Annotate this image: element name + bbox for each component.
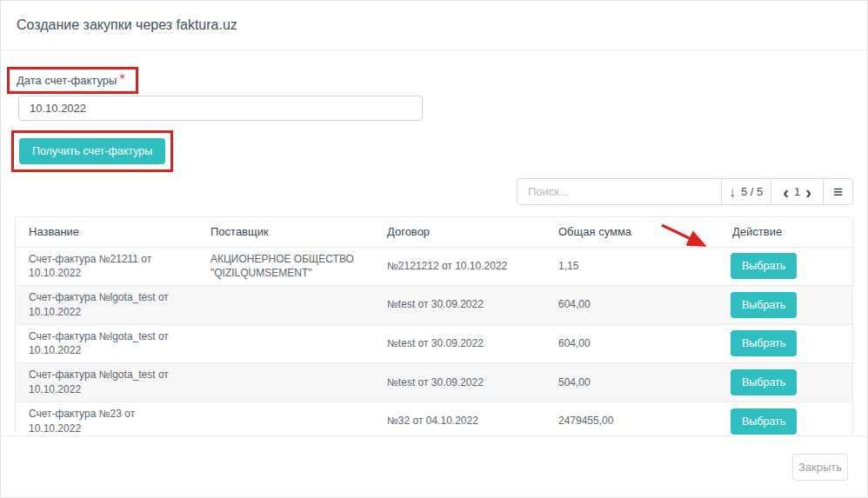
cell-contract: №test от 30.09.2022 <box>374 324 545 363</box>
cell-supplier <box>197 286 374 325</box>
col-header-total: Общая сумма <box>545 217 719 247</box>
next-page-icon[interactable]: › <box>802 183 815 201</box>
search-pager-group: ↓ 5 / 5 ‹ 1 › ≡ <box>517 178 853 205</box>
cell-name: Счет-фактура №23 от 10.10.2022 <box>16 402 197 440</box>
cell-action: Выбрать <box>719 402 852 440</box>
select-invoice-button[interactable]: Выбрать <box>731 369 797 395</box>
table-toolbar: ↓ 5 / 5 ‹ 1 › ≡ <box>15 178 853 205</box>
prev-page-icon[interactable]: ‹ <box>779 183 792 201</box>
date-field-label: Дата счет-фактуры <box>17 74 117 87</box>
table-row: Счет-фактура №23 от 10.10.2022 №32 от 04… <box>16 402 852 440</box>
select-invoice-button[interactable]: Выбрать <box>731 253 797 279</box>
col-header-supplier: Поставщик <box>197 217 374 247</box>
modal-footer: Закрыть <box>1 435 867 497</box>
invoices-table: Название Поставщик Договор Общая сумма Д… <box>15 216 853 441</box>
cell-total: 504,00 <box>545 363 719 402</box>
cell-supplier <box>197 363 374 402</box>
current-page-number: 1 <box>792 185 802 198</box>
sort-down-icon: ↓ <box>730 185 737 198</box>
cell-name: Счет-фактура №21211 от 10.10.2022 <box>16 247 197 286</box>
select-invoice-button[interactable]: Выбрать <box>731 330 797 356</box>
cell-contract: №32 от 04.10.2022 <box>374 402 545 440</box>
cell-supplier <box>197 324 374 363</box>
table-row: Счет-фактура №lgota_test от 10.10.2022 №… <box>16 324 852 363</box>
close-button[interactable]: Закрыть <box>792 454 848 481</box>
cell-action: Выбрать <box>719 324 852 363</box>
search-input[interactable] <box>517 179 721 204</box>
cell-total: 1,15 <box>545 247 719 286</box>
cell-name: Счет-фактура №lgota_test от 10.10.2022 <box>16 324 197 363</box>
cell-contract: №test от 30.09.2022 <box>374 363 545 402</box>
cell-action: Выбрать <box>719 247 852 286</box>
create-purchase-modal: Создание закупки через faktura.uz Дата с… <box>0 0 868 498</box>
cell-name: Счет-фактура №lgota_test от 10.10.2022 <box>16 363 197 402</box>
select-invoice-button[interactable]: Выбрать <box>731 292 797 318</box>
cell-action: Выбрать <box>719 363 852 402</box>
cell-contract: №test от 30.09.2022 <box>374 286 545 325</box>
cell-total: 604,00 <box>545 324 719 363</box>
cell-total: 604,00 <box>545 286 719 325</box>
page-title: Создание закупки через faktura.uz <box>17 17 237 33</box>
cell-name: Счет-фактура №lgota_test от 10.10.2022 <box>16 286 197 325</box>
table-row: Счет-фактура №lgota_test от 10.10.2022 №… <box>16 286 852 325</box>
invoice-date-input[interactable] <box>18 96 423 121</box>
results-count: 5 / 5 <box>741 185 763 198</box>
cell-contract: №2121212 от 10.10.2022 <box>374 247 545 286</box>
results-count-segment: ↓ 5 / 5 <box>721 179 771 204</box>
table-menu-button[interactable]: ≡ <box>823 179 852 204</box>
modal-content: Дата счет-фактуры* Получить счет-фактуры… <box>1 50 867 441</box>
col-header-action: Действие <box>719 217 852 247</box>
cell-total: 2479455,00 <box>545 402 719 440</box>
cell-supplier: АКЦИОНЕРНОЕ ОБЩЕСТВО "QIZILQUMSEMENT" <box>197 247 374 286</box>
table-header-row: Название Поставщик Договор Общая сумма Д… <box>16 217 852 247</box>
col-header-contract: Договор <box>374 217 545 247</box>
annotation-box-date-label: Дата счет-фактуры* <box>7 67 138 94</box>
required-asterisk: * <box>119 72 124 87</box>
annotation-box-fetch-button: Получить счет-фактуры <box>11 130 173 172</box>
menu-icon: ≡ <box>833 183 843 200</box>
table-row: Счет-фактура №lgota_test от 10.10.2022 №… <box>16 363 852 402</box>
modal-header: Создание закупки через faktura.uz <box>1 1 867 50</box>
pagination-segment: ‹ 1 › <box>771 179 823 204</box>
cell-action: Выбрать <box>719 286 852 325</box>
select-invoice-button[interactable]: Выбрать <box>731 408 797 435</box>
table-row: Счет-фактура №21211 от 10.10.2022 АКЦИОН… <box>16 247 852 286</box>
cell-supplier <box>197 402 374 440</box>
col-header-name: Название <box>16 217 197 247</box>
fetch-invoices-button[interactable]: Получить счет-фактуры <box>19 138 165 164</box>
